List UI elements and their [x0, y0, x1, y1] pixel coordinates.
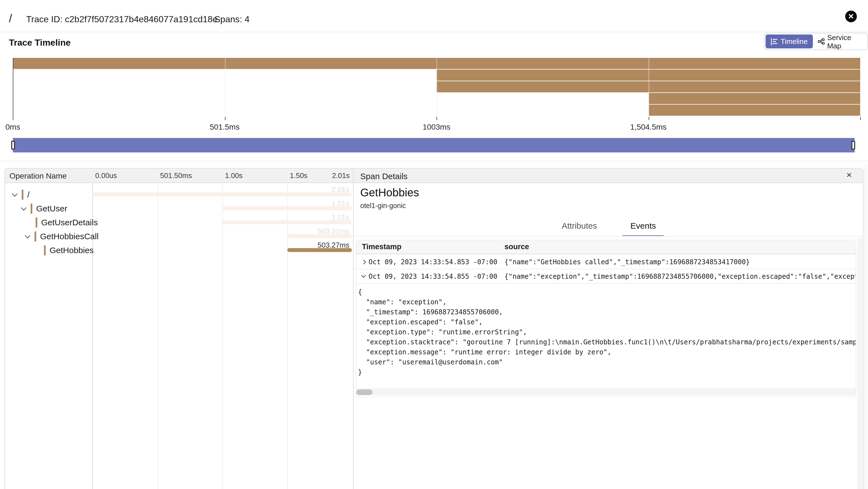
chevron-down-icon[interactable]	[21, 205, 26, 210]
span-color-bar	[36, 217, 37, 227]
operation-name[interactable]: GetHobbiesCall	[40, 231, 98, 241]
span-name: GetHobbies	[360, 186, 419, 199]
minimap-axis-line	[13, 58, 13, 120]
gantt-bar-gethobbies[interactable]	[287, 248, 352, 252]
page-scrollbar-gutter[interactable]	[864, 165, 868, 489]
tab-events[interactable]: Events	[623, 218, 664, 236]
topbar-divider	[0, 32, 868, 32]
slider-selected-range[interactable]	[13, 138, 855, 153]
gantt-chart-area: 0.00us 501.50ms 1.00s 1.50s 2.01s 2.01s …	[92, 169, 352, 489]
slider-handle-right[interactable]	[851, 141, 855, 150]
view-toggle-group: Timeline Service Map	[764, 33, 868, 50]
trace-view-page: / Trace ID: c2b2f7f5072317b4e846077a191c…	[0, 0, 868, 489]
timeline-icon	[771, 38, 778, 45]
minimap-tick-label: 501.5ms	[210, 122, 240, 131]
chevron-down-icon[interactable]	[12, 191, 18, 196]
expand-row-icon[interactable]	[361, 260, 366, 264]
event-row-1[interactable]: Oct 09, 2023 14:33:54.853 -07:00 {"name"…	[356, 255, 856, 269]
timeline-range-slider[interactable]	[13, 138, 860, 153]
span-color-bar	[34, 231, 36, 241]
operation-name[interactable]: GetHobbies	[50, 245, 94, 255]
chevron-down-icon[interactable]	[25, 232, 30, 238]
minimap-gridline-overlay	[648, 58, 649, 116]
minimap-gridline-overlay	[436, 58, 437, 116]
col-header-timestamp: Timestamp	[362, 242, 401, 251]
gantt-tick-label: 0.00us	[92, 171, 117, 180]
operation-name[interactable]: GetUser	[36, 204, 67, 213]
event-source: {"name":"exception","_timestamp":1696887…	[504, 272, 856, 281]
event-timestamp: Oct 09, 2023 14:33:54.853 -07:00	[369, 258, 497, 266]
trace-id-text: Trace ID: c2b2f7f5072317b4e846077a191cd1…	[26, 14, 217, 25]
tree-row-getuser[interactable]: GetUser	[5, 201, 67, 215]
scrollbar-thumb[interactable]	[356, 389, 372, 395]
events-table: Timestamp source Oct 09, 2023 14:33:54.8…	[356, 240, 856, 397]
operation-name[interactable]: GetUserDetails	[41, 218, 98, 227]
span-color-bar	[31, 203, 32, 213]
minimap-tick-label: 1003ms	[423, 122, 451, 131]
spans-count-text: Spans: 4	[214, 14, 249, 25]
span-color-bar	[44, 245, 45, 255]
minimap-span-bar-gethobbiescall[interactable]	[648, 93, 860, 104]
tree-row-getuserdetails[interactable]: GetUserDetails	[5, 215, 98, 229]
tab-timeline-label: Timeline	[781, 37, 808, 45]
gantt-tick-label: 501.50ms	[157, 171, 192, 180]
gantt-bar-getuser[interactable]	[222, 206, 352, 210]
trace-minimap[interactable]: 0ms 501.5ms 1003ms 1,504.5ms	[13, 58, 860, 116]
events-table-header: Timestamp source	[356, 240, 856, 254]
gantt-bar-root[interactable]	[92, 193, 352, 196]
span-details-tabs: Attributes Events	[353, 218, 864, 236]
operation-name[interactable]: /	[27, 190, 30, 199]
route-title: /	[9, 12, 12, 25]
event-timestamp: Oct 09, 2023 14:33:54.855 -07:00	[369, 272, 497, 281]
minimap-span-bar-gethobbies[interactable]	[648, 105, 860, 116]
tab-service-map[interactable]: Service Map	[813, 34, 866, 48]
close-trace-button[interactable]: ✕	[845, 10, 857, 22]
gantt-tick-label: 1.50s	[287, 171, 308, 180]
expanded-event-json: { "name": "exception", "_timestamp": 169…	[358, 287, 856, 377]
trace-timeline-title: Trace Timeline	[9, 38, 71, 48]
minimap-gridline-overlay	[225, 58, 225, 116]
tree-row-gethobbies[interactable]: GetHobbies	[5, 243, 94, 257]
span-details-header: Span Details ×	[353, 169, 864, 183]
event-row-2[interactable]: Oct 09, 2023 14:33:54.855 -07:00 {"name"…	[356, 269, 856, 284]
gantt-gridline	[287, 183, 287, 489]
gantt-gridline	[222, 183, 223, 489]
tab-attributes[interactable]: Attributes	[554, 218, 605, 236]
span-details-panel: Span Details × GetHobbies otel1-gin-goni…	[353, 169, 864, 489]
tab-timeline[interactable]: Timeline	[766, 34, 813, 48]
vertical-scrollbar-gutter[interactable]	[858, 237, 862, 489]
gantt-gridline	[157, 183, 158, 489]
section-divider	[0, 161, 868, 161]
collapse-row-icon[interactable]	[361, 273, 366, 278]
tree-row-root[interactable]: /	[5, 188, 30, 201]
minimap-tick	[860, 117, 861, 120]
service-name: otel1-gin-gonic	[360, 202, 406, 210]
gantt-bar-getuserdetails[interactable]	[222, 220, 352, 224]
gantt-tick-label: 1.00s	[222, 171, 243, 180]
trace-detail-section: Operation Name 0.00us 501.50ms 1.00s 1.5…	[4, 168, 864, 489]
horizontal-scrollbar[interactable]	[356, 388, 856, 395]
tabs-divider	[353, 236, 864, 236]
event-source: {"name":"GetHobbies called","_timestamp"…	[504, 258, 856, 266]
minimap-tick-label: 1,504.5ms	[630, 122, 667, 131]
slider-handle-left[interactable]	[11, 141, 15, 150]
minimap-tick-label: 0ms	[6, 122, 20, 131]
minimap-tick	[648, 117, 649, 120]
minimap-tick	[225, 117, 225, 120]
close-span-details-icon[interactable]: ×	[846, 170, 852, 181]
operation-name-header: Operation Name	[9, 171, 66, 180]
service-map-icon	[817, 38, 824, 45]
span-details-title: Span Details	[360, 171, 408, 181]
gantt-tick-label: 2.01s	[332, 171, 352, 180]
close-icon: ✕	[848, 12, 854, 21]
minimap-tick	[13, 117, 13, 120]
tab-service-map-label: Service Map	[827, 33, 861, 50]
tree-row-gethobbiescall[interactable]: GetHobbiesCall	[5, 229, 98, 243]
col-header-source: source	[504, 242, 529, 251]
span-color-bar	[22, 189, 23, 199]
gantt-bar-gethobbiescall[interactable]	[287, 234, 352, 238]
minimap-tick	[436, 117, 437, 120]
